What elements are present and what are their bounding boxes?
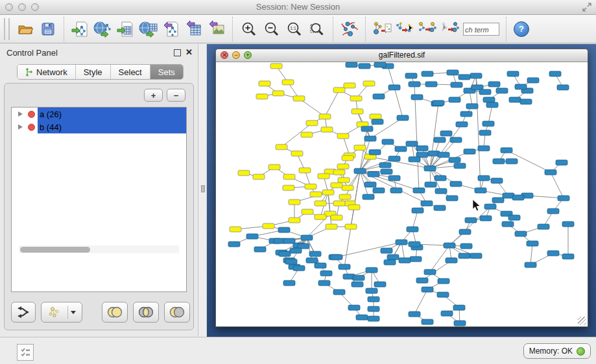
graph-node-selected[interactable] <box>305 184 316 189</box>
graph-node-selected[interactable] <box>333 87 345 93</box>
graph-node[interactable] <box>459 74 470 80</box>
toolbar-drag-handle[interactable] <box>4 18 10 40</box>
import-network-web-button[interactable] <box>92 18 113 40</box>
save-session-button[interactable] <box>37 18 58 40</box>
graph-node[interactable] <box>549 71 561 76</box>
graph-node-selected[interactable] <box>333 170 345 175</box>
graph-node-selected[interactable] <box>276 144 287 150</box>
graph-node-selected[interactable] <box>345 224 357 229</box>
zoom-actual-size-button[interactable]: 1:1 <box>283 18 305 40</box>
export-network-button[interactable] <box>160 18 182 40</box>
graph-node[interactable] <box>496 88 508 93</box>
graph-node[interactable] <box>447 70 459 75</box>
graph-node[interactable] <box>364 136 376 141</box>
graph-node-selected[interactable] <box>259 81 270 86</box>
graph-node[interactable] <box>520 99 532 104</box>
split-sets-button[interactable] <box>11 302 36 323</box>
graph-node[interactable] <box>446 258 457 263</box>
graph-node-selected[interactable] <box>256 94 268 99</box>
graph-node[interactable] <box>460 244 472 249</box>
open-file-button[interactable] <box>14 18 36 40</box>
graph-node[interactable] <box>456 122 468 127</box>
create-set-from-network-button[interactable] <box>41 302 82 323</box>
graph-node-selected[interactable] <box>289 199 300 205</box>
graph-node[interactable] <box>454 163 466 168</box>
expand-triangle-icon[interactable] <box>18 111 23 117</box>
graph-node[interactable] <box>470 73 482 78</box>
graph-node[interactable] <box>368 172 379 177</box>
graph-node[interactable] <box>306 258 318 263</box>
graph-node[interactable] <box>364 182 376 187</box>
graph-node-selected[interactable] <box>333 201 345 206</box>
graph-node[interactable] <box>438 152 449 157</box>
graph-node-selected[interactable] <box>342 155 353 161</box>
graph-node[interactable] <box>465 218 477 223</box>
graph-node[interactable] <box>320 271 332 276</box>
close-panel-icon[interactable]: ✕ <box>185 47 193 57</box>
graph-node-selected[interactable] <box>318 174 329 179</box>
graph-node[interactable] <box>558 196 569 201</box>
graph-node[interactable] <box>409 242 420 247</box>
float-panel-icon[interactable] <box>174 49 181 56</box>
graph-node[interactable] <box>486 102 498 108</box>
graph-node[interactable] <box>416 278 428 283</box>
graph-node[interactable] <box>290 248 302 253</box>
graph-node-selected[interactable] <box>282 80 294 85</box>
graph-node[interactable] <box>488 82 500 87</box>
graph-node[interactable] <box>374 62 386 67</box>
graph-node-selected[interactable] <box>302 209 313 214</box>
graph-node[interactable] <box>390 188 402 193</box>
graph-node[interactable] <box>346 62 357 67</box>
graph-node-selected[interactable] <box>283 185 294 190</box>
graph-node[interactable] <box>410 256 422 262</box>
graph-node[interactable] <box>374 282 386 287</box>
graph-node[interactable] <box>381 169 392 174</box>
graph-node[interactable] <box>446 196 458 201</box>
graph-node[interactable] <box>424 166 436 171</box>
graph-node[interactable] <box>479 89 491 95</box>
graph-node[interactable] <box>395 146 407 152</box>
graph-node[interactable] <box>527 78 539 83</box>
graph-node[interactable] <box>422 287 433 292</box>
graph-node[interactable] <box>491 178 503 183</box>
graph-node[interactable] <box>369 150 381 155</box>
graph-node[interactable] <box>453 305 465 310</box>
graph-node[interactable] <box>411 95 423 100</box>
graph-node-selected[interactable] <box>299 168 311 173</box>
graph-node-selected[interactable] <box>342 185 353 190</box>
resize-grip[interactable] <box>578 317 586 325</box>
graph-node[interactable] <box>547 251 559 256</box>
graph-node[interactable] <box>478 146 490 151</box>
graph-node[interactable] <box>479 130 491 135</box>
graph-node-selected[interactable] <box>272 91 284 96</box>
splitter-collapse-handle[interactable] <box>201 185 205 192</box>
difference-button[interactable] <box>164 302 190 323</box>
fullscreen-icon[interactable] <box>582 2 592 12</box>
graph-node[interactable] <box>278 227 290 233</box>
graph-node[interactable] <box>409 157 420 162</box>
graph-node[interactable] <box>507 71 519 76</box>
graph-node[interactable] <box>492 198 504 203</box>
graph-node-selected[interactable] <box>370 114 381 119</box>
graph-node-selected[interactable] <box>263 223 274 229</box>
graph-node[interactable] <box>246 234 258 239</box>
network-window-titlebar[interactable]: ✕ − + galFiltered.sif <box>216 49 588 62</box>
graph-node[interactable] <box>556 160 567 165</box>
graph-node[interactable] <box>450 181 462 187</box>
graph-node[interactable] <box>435 176 446 181</box>
graph-node[interactable] <box>409 312 420 317</box>
graph-node[interactable] <box>361 126 373 131</box>
graph-node[interactable] <box>483 121 494 126</box>
graph-node[interactable] <box>359 63 370 69</box>
graph-node-selected[interactable] <box>348 205 360 210</box>
graph-node[interactable] <box>449 157 460 163</box>
graph-node-selected[interactable] <box>253 174 265 179</box>
import-table-button[interactable] <box>115 18 136 40</box>
graph-node[interactable] <box>254 247 266 252</box>
graph-node[interactable] <box>384 260 396 265</box>
graph-node[interactable] <box>515 84 527 89</box>
intersection-button[interactable] <box>133 302 159 323</box>
graph-node[interactable] <box>373 94 385 99</box>
graph-node[interactable] <box>433 100 444 106</box>
graph-node[interactable] <box>406 141 418 146</box>
